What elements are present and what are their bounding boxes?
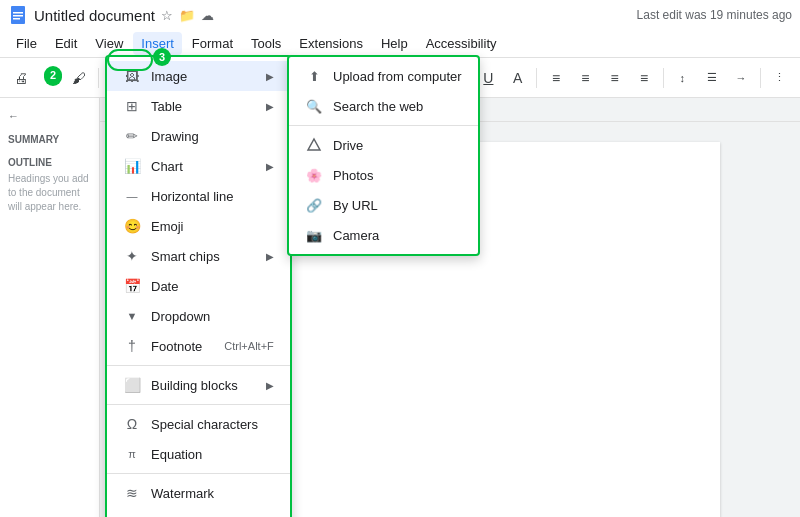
menu-entry-smart-chips[interactable]: ✦ Smart chips — [107, 241, 290, 271]
sub-entry-search-web[interactable]: 🔍 Search the web — [289, 91, 478, 121]
toolbar-sep-5 — [536, 68, 537, 88]
table-icon: ⊞ — [123, 97, 141, 115]
menu-entry-equation[interactable]: π Equation — [107, 439, 290, 469]
toolbar-sep-7 — [760, 68, 761, 88]
toolbar-sep-6 — [663, 68, 664, 88]
horizontal-line-icon: — — [123, 187, 141, 205]
menu-entry-footnote[interactable]: † Footnote Ctrl+Alt+F — [107, 331, 290, 361]
date-icon: 📅 — [123, 277, 141, 295]
svg-rect-2 — [13, 15, 23, 17]
menu-help[interactable]: Help — [373, 32, 416, 55]
sub-entry-upload[interactable]: ⬆ Upload from computer — [289, 61, 478, 91]
list-btn[interactable]: ☰ — [699, 64, 724, 92]
building-blocks-label: Building blocks — [151, 378, 238, 393]
footnote-shortcut: Ctrl+Alt+F — [224, 340, 274, 352]
menu-file[interactable]: File — [8, 32, 45, 55]
upload-icon: ⬆ — [305, 67, 323, 85]
menu-sep-1 — [107, 365, 290, 366]
doc-title[interactable]: Untitled document — [34, 7, 155, 24]
menu-entry-special-chars[interactable]: Ω Special characters — [107, 409, 290, 439]
menu-format[interactable]: Format — [184, 32, 241, 55]
insert-dropdown-menu: 🖼 Image ⊞ Table ✏ Drawing 📊 Chart — Hori… — [105, 55, 292, 517]
special-chars-label: Special characters — [151, 417, 258, 432]
camera-label: Camera — [333, 228, 379, 243]
sub-entry-photos[interactable]: 🌸 Photos — [289, 160, 478, 190]
search-web-icon: 🔍 — [305, 97, 323, 115]
image-icon: 🖼 — [123, 67, 141, 85]
doc-icon — [8, 5, 28, 25]
by-url-icon: 🔗 — [305, 196, 323, 214]
sub-entry-drive[interactable]: Drive — [289, 130, 478, 160]
menu-entry-table[interactable]: ⊞ Table — [107, 91, 290, 121]
align-right[interactable]: ≡ — [602, 64, 627, 92]
menu-sep-2 — [107, 404, 290, 405]
color-btn[interactable]: A — [505, 64, 530, 92]
smart-chips-icon: ✦ — [123, 247, 141, 265]
image-label: Image — [151, 69, 187, 84]
menu-bar: File Edit View Insert Format Tools Exten… — [0, 30, 800, 58]
align-center[interactable]: ≡ — [573, 64, 598, 92]
sub-entry-by-url[interactable]: 🔗 By URL — [289, 190, 478, 220]
table-label: Table — [151, 99, 182, 114]
star-icon[interactable]: ☆ — [161, 8, 173, 23]
folder-icon[interactable]: 📁 — [179, 8, 195, 23]
footnote-icon: † — [123, 337, 141, 355]
spellcheck-btn[interactable]: ✓ — [37, 64, 62, 92]
building-blocks-icon: ⬜ — [123, 376, 141, 394]
sidebar-summary: SUMMARY — [8, 134, 91, 145]
menu-view[interactable]: View — [87, 32, 131, 55]
dropdown-icon: ▼ — [123, 307, 141, 325]
horizontal-line-label: Horizontal line — [151, 189, 233, 204]
indent-btn[interactable]: → — [728, 64, 753, 92]
watermark-icon: ≋ — [123, 484, 141, 502]
drawing-label: Drawing — [151, 129, 199, 144]
menu-entry-drawing[interactable]: ✏ Drawing — [107, 121, 290, 151]
print-btn[interactable]: 🖨 — [8, 64, 33, 92]
watermark-label: Watermark — [151, 486, 214, 501]
menu-tools[interactable]: Tools — [243, 32, 289, 55]
menu-entry-emoji[interactable]: 😊 Emoji — [107, 211, 290, 241]
menu-entry-headers-footers[interactable]: ▭ Headers & footers — [107, 508, 290, 517]
sidebar-outline: OUTLINE — [8, 157, 91, 168]
menu-accessibility[interactable]: Accessibility — [418, 32, 505, 55]
sidebar-outline-note: Headings you add to the document will ap… — [8, 172, 91, 214]
gdrive-icon[interactable]: ☁ — [201, 8, 214, 23]
align-justify[interactable]: ≡ — [631, 64, 656, 92]
svg-rect-3 — [13, 18, 20, 20]
sub-sep-1 — [289, 125, 478, 126]
emoji-label: Emoji — [151, 219, 184, 234]
paintformat-btn[interactable]: 🖌 — [67, 64, 92, 92]
linespacing-btn[interactable]: ↕ — [670, 64, 695, 92]
chart-icon: 📊 — [123, 157, 141, 175]
menu-sep-3 — [107, 473, 290, 474]
drive-label: Drive — [333, 138, 363, 153]
sidebar: ← SUMMARY OUTLINE Headings you add to th… — [0, 98, 100, 517]
menu-entry-date[interactable]: 📅 Date — [107, 271, 290, 301]
menu-entry-dropdown[interactable]: ▼ Dropdown — [107, 301, 290, 331]
menu-entry-horizontal-line[interactable]: — Horizontal line — [107, 181, 290, 211]
equation-label: Equation — [151, 447, 202, 462]
camera-icon: 📷 — [305, 226, 323, 244]
menu-entry-building-blocks[interactable]: ⬜ Building blocks — [107, 370, 290, 400]
svg-rect-1 — [13, 12, 23, 14]
sidebar-back[interactable]: ← — [8, 110, 91, 122]
menu-entry-chart[interactable]: 📊 Chart — [107, 151, 290, 181]
menu-extensions[interactable]: Extensions — [291, 32, 371, 55]
align-left[interactable]: ≡ — [543, 64, 568, 92]
dropdown-label: Dropdown — [151, 309, 210, 324]
equation-icon: π — [123, 445, 141, 463]
back-arrow-icon: ← — [8, 110, 19, 122]
upload-label: Upload from computer — [333, 69, 462, 84]
menu-entry-image[interactable]: 🖼 Image — [107, 61, 290, 91]
menu-entry-watermark[interactable]: ≋ Watermark — [107, 478, 290, 508]
svg-marker-4 — [308, 139, 320, 150]
drive-icon — [305, 136, 323, 154]
sub-entry-camera[interactable]: 📷 Camera — [289, 220, 478, 250]
toolbar-sep-1 — [98, 68, 99, 88]
date-label: Date — [151, 279, 178, 294]
menu-insert[interactable]: Insert — [133, 32, 182, 55]
image-sub-menu: ⬆ Upload from computer 🔍 Search the web … — [287, 55, 480, 256]
smart-chips-label: Smart chips — [151, 249, 220, 264]
more-btn[interactable]: ⋮ — [767, 64, 792, 92]
menu-edit[interactable]: Edit — [47, 32, 85, 55]
